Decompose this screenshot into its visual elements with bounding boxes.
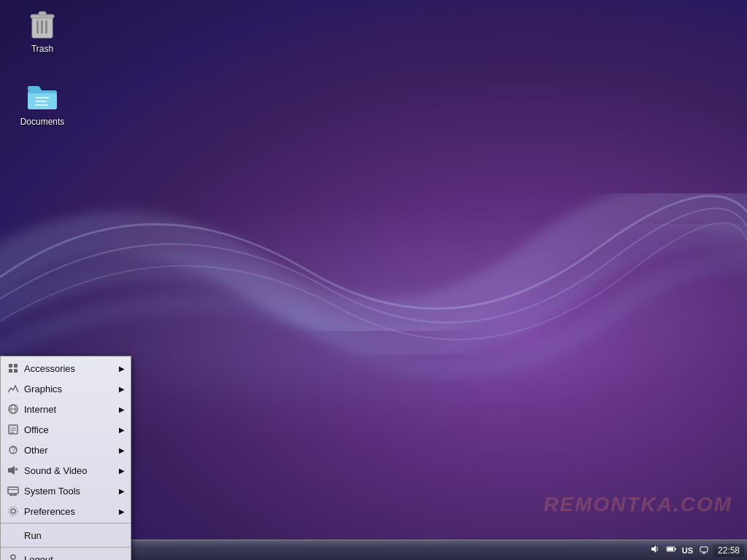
trash-icon-image: [25, 6, 60, 41]
system-tools-label: System Tools: [24, 486, 80, 497]
context-menu: Accessories ▶ Graphics ▶ Internet ▶ Offi…: [0, 356, 131, 560]
svg-rect-9: [35, 101, 47, 102]
graphics-label: Graphics: [24, 384, 62, 394]
svg-marker-25: [11, 466, 15, 475]
office-arrow: ▶: [119, 426, 125, 434]
menu-item-office[interactable]: Office ▶: [1, 419, 131, 440]
logout-icon: [7, 553, 20, 560]
svg-point-33: [11, 509, 15, 513]
sound-video-label: Sound & Video: [24, 465, 88, 476]
svg-point-34: [9, 507, 18, 516]
menu-item-other[interactable]: ? Other ▶: [1, 440, 131, 460]
svg-point-35: [11, 555, 15, 559]
desktop: Trash Documents Accesso: [0, 0, 747, 560]
system-tools-arrow: ▶: [119, 487, 125, 495]
tray-volume[interactable]: [649, 544, 662, 556]
accessories-icon: [7, 362, 20, 375]
svg-rect-5: [39, 12, 46, 15]
svg-rect-10: [35, 104, 48, 106]
preferences-icon: [7, 505, 20, 518]
svg-marker-47: [651, 545, 656, 553]
logout-label: Logout: [24, 554, 53, 561]
office-label: Office: [24, 424, 49, 435]
graphics-arrow: ▶: [119, 385, 125, 393]
internet-icon: [7, 402, 20, 416]
run-label: Run: [24, 530, 42, 541]
watermark: REMONTKA.COM: [543, 493, 732, 516]
svg-rect-28: [8, 487, 18, 494]
tray-battery[interactable]: [665, 544, 678, 556]
tray-keyboard[interactable]: US: [681, 546, 694, 555]
menu-separator-2: [1, 547, 131, 548]
other-icon: ?: [7, 443, 20, 456]
system-tools-icon: [7, 484, 20, 497]
documents-desktop-icon[interactable]: Documents: [13, 79, 71, 127]
svg-rect-12: [14, 364, 18, 368]
sound-video-icon: [7, 464, 20, 477]
svg-rect-1: [36, 20, 39, 34]
taskbar-tray: US 22:58: [649, 544, 747, 557]
menu-item-internet[interactable]: Internet ▶: [1, 399, 131, 419]
svg-rect-51: [700, 547, 708, 552]
accessories-arrow: ▶: [119, 365, 125, 373]
menu-separator-1: [1, 523, 131, 524]
internet-arrow: ▶: [119, 405, 125, 413]
svg-rect-49: [675, 548, 676, 550]
preferences-label: Preferences: [24, 506, 75, 517]
trash-desktop-icon[interactable]: Trash: [13, 6, 71, 54]
svg-rect-2: [41, 20, 43, 34]
menu-item-system-tools[interactable]: System Tools ▶: [1, 481, 131, 501]
tray-network[interactable]: [697, 544, 711, 556]
svg-rect-11: [9, 364, 12, 368]
menu-item-accessories[interactable]: Accessories ▶: [1, 358, 131, 378]
trash-icon-label: Trash: [31, 44, 53, 54]
svg-rect-8: [35, 97, 50, 98]
svg-rect-13: [9, 369, 12, 373]
svg-rect-50: [667, 548, 673, 551]
documents-icon-image: [25, 79, 60, 114]
internet-label: Internet: [24, 404, 56, 415]
sound-video-arrow: ▶: [119, 467, 125, 475]
svg-rect-24: [8, 468, 11, 472]
other-arrow: ▶: [119, 446, 125, 454]
office-icon: [7, 423, 20, 436]
menu-item-graphics[interactable]: Graphics ▶: [1, 378, 131, 399]
preferences-arrow: ▶: [119, 508, 125, 516]
other-label: Other: [24, 445, 48, 456]
graphics-icon: [7, 382, 20, 395]
svg-rect-29: [8, 489, 18, 490]
svg-rect-3: [45, 20, 47, 34]
accessories-label: Accessories: [24, 363, 75, 374]
run-icon: [7, 529, 20, 542]
taskbar-clock[interactable]: 22:58: [713, 544, 744, 557]
documents-icon-label: Documents: [20, 117, 65, 127]
menu-item-run[interactable]: Run: [1, 525, 131, 545]
menu-item-logout[interactable]: Logout: [1, 549, 131, 560]
svg-text:?: ?: [12, 446, 16, 454]
svg-rect-14: [14, 369, 18, 373]
menu-item-preferences[interactable]: Preferences ▶: [1, 501, 131, 521]
menu-item-sound-video[interactable]: Sound & Video ▶: [1, 460, 131, 481]
